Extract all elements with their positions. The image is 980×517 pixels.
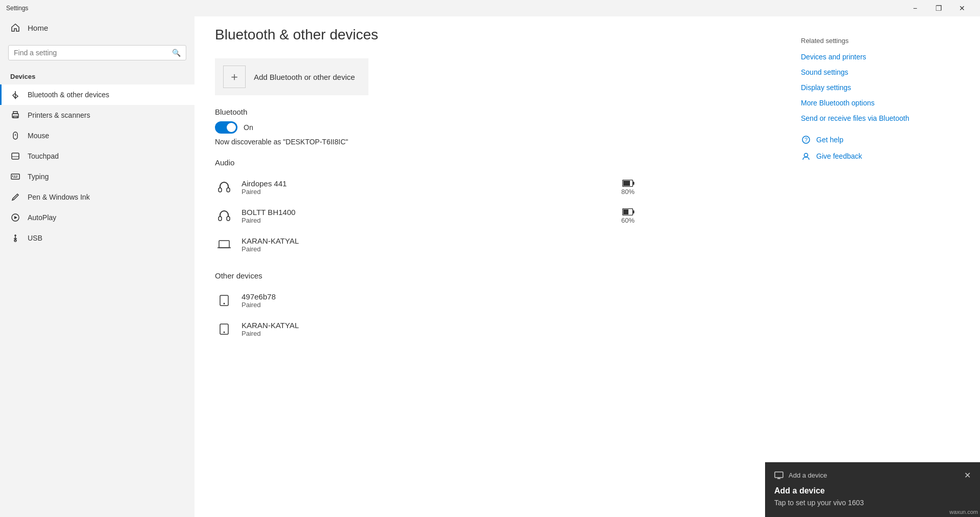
related-settings-panel: Related settings Devices and printersSou… [786,16,980,517]
battery-icon [622,180,635,187]
typing-icon [10,171,20,182]
related-link[interactable]: More Bluetooth options [801,99,965,107]
touchpad-icon [10,151,20,161]
restore-button[interactable]: ❐ [927,0,950,16]
audio-device-item[interactable]: Airdopes 441 Paired 80% [215,173,635,202]
usb-icon [10,233,20,243]
device-info: KARAN-KATYAL Paired [242,321,635,337]
other-device-item[interactable]: 497e6b78 Paired [215,286,635,315]
printers-icon [10,110,20,120]
sidebar-item-typing[interactable]: Typing [0,166,194,187]
sidebar: Home 🔍 Devices Bluetooth & other devices… [0,0,194,517]
svg-rect-1 [13,112,17,114]
sidebar-item-autoplay[interactable]: AutoPlay [0,207,194,228]
device-name: KARAN-KATYAL [242,236,635,245]
give-feedback-label: Give feedback [816,152,862,160]
device-info: BOLTT BH1400 Paired [242,208,613,224]
svg-point-29 [224,332,225,333]
device-info: 497e6b78 Paired [242,292,635,309]
device-type-icon [215,207,233,225]
sidebar-section-title: Devices [0,69,194,84]
device-info: Airdopes 441 Paired [242,179,613,196]
battery-indicator: 60% [621,208,635,224]
bluetooth-state: On [244,123,253,132]
svg-rect-33 [775,472,783,478]
battery-indicator: 80% [621,180,635,196]
monitor-icon [774,471,783,480]
toggle-thumb [227,123,236,132]
sidebar-item-pen[interactable]: Pen & Windows Ink [0,187,194,207]
search-input[interactable] [14,49,172,57]
feedback-icon [801,151,811,161]
sidebar-item-usb[interactable]: USB [0,228,194,248]
sidebar-items: Bluetooth & other devices Printers & sca… [0,84,194,248]
sidebar-item-mouse[interactable]: Mouse [0,125,194,146]
related-link[interactable]: Send or receive files via Bluetooth [801,114,965,122]
svg-rect-20 [219,217,222,221]
other-devices-list: 497e6b78 Paired KARAN-KATYAL Paired [215,286,635,343]
audio-devices-list: Airdopes 441 Paired 80% BOLTT BH1400 Pai… [215,173,635,259]
svg-point-27 [224,303,225,305]
device-status: Paired [242,188,613,196]
autoplay-icon [10,212,20,223]
audio-device-item[interactable]: KARAN-KATYAL Paired [215,230,635,259]
sidebar-home[interactable]: Home [0,16,194,39]
watermark: waxun.com [949,509,978,515]
related-links: Devices and printersSound settingsDispla… [801,53,965,122]
svg-rect-25 [219,241,229,248]
svg-rect-11 [13,177,17,178]
window-controls: − ❐ ✕ [903,0,974,16]
pen-icon [10,192,20,202]
device-status: Paired [242,245,635,253]
sidebar-item-label: Mouse [28,132,49,140]
notif-header: Add a device ✕ [774,470,971,480]
search-icon: 🔍 [172,49,181,57]
related-link[interactable]: Devices and printers [801,53,965,61]
svg-rect-21 [227,217,230,221]
minimize-button[interactable]: − [903,0,927,16]
sidebar-item-label: Printers & scanners [28,111,90,119]
add-device-button[interactable]: ＋ Add Bluetooth or other device [215,58,368,95]
svg-text:?: ? [804,137,808,143]
other-section-header: Other devices [215,271,635,280]
device-type-icon [215,178,233,197]
device-status: Paired [242,301,635,309]
notif-title: Add a device [774,486,971,496]
close-button[interactable]: ✕ [950,0,974,16]
home-label: Home [28,24,48,32]
add-device-plus-icon: ＋ [223,66,246,88]
app-title: Settings [6,5,28,12]
svg-rect-8 [12,176,13,177]
device-info: KARAN-KATYAL Paired [242,236,635,253]
related-link[interactable]: Sound settings [801,68,965,76]
svg-rect-16 [227,188,230,192]
svg-marker-13 [14,216,17,219]
bluetooth-label: Bluetooth [215,107,635,116]
related-link[interactable]: Display settings [801,83,965,92]
bluetooth-section: Bluetooth On Now discoverable as "DESKTO… [215,107,635,146]
give-feedback-action[interactable]: Give feedback [801,151,965,161]
svg-rect-5 [12,153,19,159]
home-icon [10,23,20,33]
device-name: Airdopes 441 [242,179,613,188]
sidebar-item-bluetooth[interactable]: Bluetooth & other devices [0,84,194,105]
sidebar-item-touchpad[interactable]: Touchpad [0,146,194,166]
sidebar-item-printers[interactable]: Printers & scanners [0,105,194,125]
bluetooth-toggle[interactable] [215,121,237,134]
device-status: Paired [242,217,613,224]
sidebar-item-label: USB [28,234,42,242]
other-device-item[interactable]: KARAN-KATYAL Paired [215,315,635,343]
bluetooth-icon [10,90,20,100]
sidebar-item-label: Typing [28,173,49,181]
device-type-icon [215,291,233,310]
battery-percentage: 60% [621,217,635,224]
device-name: BOLTT BH1400 [242,208,613,217]
titlebar: Settings − ❐ ✕ [0,0,980,16]
search-box[interactable]: 🔍 [8,45,186,60]
get-help-action[interactable]: ? Get help [801,135,965,145]
device-name: 497e6b78 [242,292,635,301]
device-name: KARAN-KATYAL [242,321,635,330]
audio-device-item[interactable]: BOLTT BH1400 Paired 60% [215,202,635,230]
add-device-label: Add Bluetooth or other device [254,73,355,81]
notif-close-button[interactable]: ✕ [964,470,971,480]
